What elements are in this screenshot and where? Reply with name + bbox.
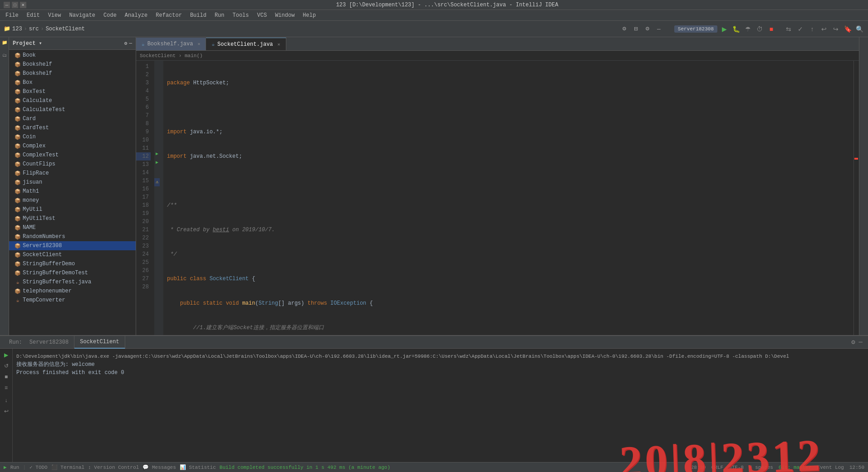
bottom-minimize-icon[interactable]: ─ — [857, 339, 864, 346]
toolbar-project-label[interactable]: 123 — [12, 26, 22, 32]
scroll-end-btn[interactable]: ↓ — [2, 396, 11, 405]
toolbar-split-btn[interactable]: ⊟ — [631, 24, 641, 33]
menu-tools[interactable]: Tools — [229, 11, 253, 19]
menu-navigate[interactable]: Navigate — [65, 11, 99, 19]
menu-refactor[interactable]: Refactor — [152, 11, 186, 19]
toolbar-src-label[interactable]: src — [29, 26, 39, 32]
status-crlf[interactable]: CRLF — [711, 465, 723, 470]
coverage-button[interactable]: ☂ — [743, 24, 753, 34]
run-again-btn[interactable]: ▶ — [2, 350, 11, 360]
rerun-btn[interactable]: ↺ — [2, 361, 11, 370]
status-indent[interactable]: 4 spaces — [749, 465, 773, 470]
status-statistic[interactable]: 📊 Statistic — [180, 464, 216, 470]
status-git[interactable]: Git: master — [779, 465, 812, 470]
menu-code[interactable]: Code — [100, 11, 120, 19]
tree-item-complex[interactable]: 📦 Complex — [9, 141, 136, 151]
tree-item-book[interactable]: 📦 Book — [9, 51, 136, 60]
git-update-btn[interactable]: ⇆ — [784, 24, 794, 34]
stop-run-btn[interactable]: ■ — [2, 372, 11, 381]
tree-item-fliprace[interactable]: 📦 FlipRace — [9, 169, 136, 178]
toolbar-class-label[interactable]: SocketClient — [46, 26, 85, 32]
toolbar-minimize-btn[interactable]: ─ — [654, 25, 663, 33]
tab-bookshelf[interactable]: ☕ Bookshelf.java ✕ — [136, 38, 206, 50]
tab-socketclient[interactable]: ☕ SocketClient.java ✕ — [206, 38, 286, 50]
tree-item-bookshelf2[interactable]: 📦 Bookshelf — [9, 69, 136, 78]
project-settings-icon[interactable]: ⚙ — [124, 40, 128, 46]
filter-btn[interactable]: ≡ — [2, 383, 11, 392]
tree-item-card[interactable]: 📦 Card — [9, 114, 136, 123]
tree-item-math1[interactable]: 📦 Math1 — [9, 187, 136, 196]
tree-item-stringbufferdemotest[interactable]: 📦 StringBufferDemoTest — [9, 268, 136, 277]
activity-project[interactable]: 📁 — [1, 39, 8, 46]
window-minimize[interactable]: ─ — [4, 2, 10, 8]
status-run-icon: ▶ — [4, 464, 7, 470]
menu-build[interactable]: Build — [186, 11, 210, 19]
menu-window[interactable]: Window — [271, 11, 298, 19]
menu-analyze[interactable]: Analyze — [121, 11, 151, 19]
window-controls[interactable]: ─ □ ✕ — [4, 2, 26, 8]
status-line-col[interactable]: 28:39 — [691, 465, 706, 470]
undo-btn[interactable]: ↩ — [819, 24, 829, 34]
activity-structure[interactable]: 🗂 — [1, 52, 8, 59]
tree-item-cardtest[interactable]: 📦 CardTest — [9, 123, 136, 132]
run-gutter-10[interactable]: ▶ — [154, 159, 160, 167]
tree-item-socketclient[interactable]: 📦 SocketClient — [9, 250, 136, 259]
search-everywhere-btn[interactable]: 🔍 — [854, 24, 864, 34]
window-close[interactable]: ✕ — [20, 2, 26, 8]
menu-file[interactable]: File — [2, 11, 22, 19]
tree-item-tempconverter[interactable]: ☕ TempConverter — [9, 296, 136, 305]
status-charset[interactable]: UTF-8 — [729, 465, 744, 470]
status-event-log[interactable]: Event Log — [817, 465, 844, 470]
status-run-label[interactable]: Run — [10, 465, 20, 470]
tree-item-server182308[interactable]: 📦 Server182308 — [9, 241, 136, 250]
tree-item-countflips[interactable]: 📦 CountFlips — [9, 160, 136, 169]
tree-item-myutil[interactable]: 📦 MyUtil — [9, 205, 136, 214]
menu-help[interactable]: Help — [299, 11, 319, 19]
tree-item-bookshelf1[interactable]: 📦 Bookshelf — [9, 60, 136, 69]
tree-item-box[interactable]: 📦 Box — [9, 78, 136, 87]
window-maximize[interactable]: □ — [12, 2, 18, 8]
tree-item-jisuan[interactable]: 📦 jisuan — [9, 178, 136, 187]
tree-item-calculatetest[interactable]: 📦 CalculateTest — [9, 105, 136, 114]
code-content[interactable]: package HttpSocket; import java.io.*; im… — [163, 61, 853, 335]
status-terminal[interactable]: ⬛ Terminal — [51, 464, 84, 470]
menu-vcs[interactable]: VCS — [254, 11, 271, 19]
run-button[interactable]: ▶ — [719, 24, 729, 34]
tree-item-name[interactable]: 📦 NAME — [9, 223, 136, 232]
bookmark-btn[interactable]: 🔖 — [843, 24, 853, 34]
menu-run[interactable]: Run — [211, 11, 228, 19]
bottom-tab-socketclient[interactable]: SocketClient — [74, 336, 125, 349]
tree-item-money[interactable]: 📦 money — [9, 196, 136, 205]
run-gutter-9[interactable]: ▶ — [154, 150, 160, 158]
debug-button[interactable]: 🐛 — [731, 24, 741, 34]
project-collapse-icon[interactable]: ─ — [129, 41, 132, 46]
code-editor[interactable]: 1 2 3 4 5 6 7 8 9 10 11 12 13 14 15 16 1… — [136, 61, 859, 335]
profile-button[interactable]: ⏱ — [755, 24, 765, 34]
bottom-settings-icon[interactable]: ⚙ — [849, 338, 857, 346]
tab-socketclient-close[interactable]: ✕ — [278, 42, 280, 47]
tree-item-boxtest[interactable]: 📦 BoxTest — [9, 87, 136, 96]
tree-item-complextest[interactable]: 📦 ComplexTest — [9, 151, 136, 160]
stop-button[interactable]: ■ — [766, 24, 776, 34]
status-messages[interactable]: 💬 Messages — [142, 464, 176, 470]
menu-view[interactable]: View — [44, 11, 65, 19]
tree-item-calculate[interactable]: 📦 Calculate — [9, 96, 136, 105]
run-config-selector[interactable]: Server182308 — [674, 25, 717, 33]
tab-bookshelf-close[interactable]: ✕ — [197, 41, 200, 47]
tree-item-stringbuffertest[interactable]: ☕ StringBufferTest.java — [9, 277, 136, 287]
bottom-tab-server182308[interactable]: Server182308 — [24, 336, 74, 349]
tree-item-stringbufferdemo[interactable]: 📦 StringBufferDemo — [9, 259, 136, 268]
status-version-control[interactable]: ↕ Version Control — [88, 465, 139, 470]
tree-item-coin[interactable]: 📦 Coin — [9, 132, 136, 141]
status-todo[interactable]: ✓ TODO — [29, 464, 48, 470]
softrap-btn[interactable]: ↩ — [2, 407, 11, 416]
menu-edit[interactable]: Edit — [23, 11, 44, 19]
toolbar-settings-btn[interactable]: ⚙ — [619, 24, 629, 33]
tree-item-randomnumbers[interactable]: 📦 RandomNumbers — [9, 232, 136, 241]
tree-item-telephonenumber[interactable]: 📦 telephonenumber — [9, 287, 136, 296]
git-commit-btn[interactable]: ✓ — [795, 24, 805, 34]
toolbar-config-btn[interactable]: ⚙ — [642, 24, 652, 33]
tree-item-myutiltest[interactable]: 📦 MyUtilTest — [9, 214, 136, 223]
redo-btn[interactable]: ↪ — [831, 24, 841, 34]
git-push-btn[interactable]: ↑ — [807, 24, 817, 34]
